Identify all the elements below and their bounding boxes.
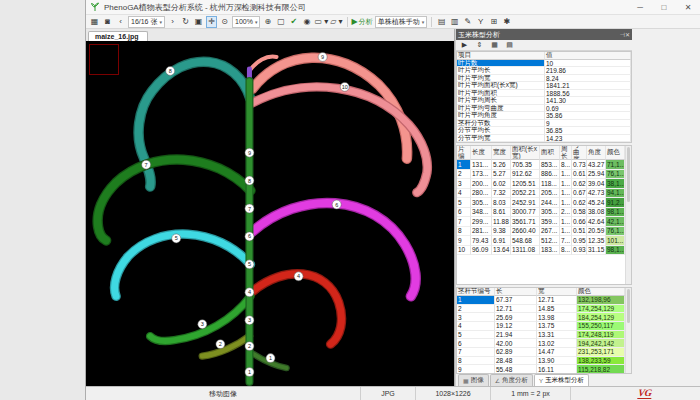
leaf-curvature[interactable]: 0.95 bbox=[572, 236, 587, 246]
next-image-button[interactable]: › bbox=[167, 16, 178, 28]
leaf-length[interactable]: 96.09 bbox=[471, 246, 492, 256]
snapshot-icon[interactable]: ▣ bbox=[193, 16, 204, 28]
leaf-table[interactable]: 叶片编号长度宽度面积(长x宽)面积周长弯曲度角度颜色1131...5.26705… bbox=[457, 146, 625, 255]
leaf-width[interactable]: 5.26 bbox=[492, 160, 511, 170]
stem-width[interactable]: 16.11 bbox=[537, 365, 577, 374]
report-icon[interactable]: ▥ bbox=[449, 16, 460, 28]
image-export-icon[interactable]: ▤ bbox=[436, 16, 447, 28]
stem-length[interactable]: 55.48 bbox=[495, 365, 537, 374]
summary-item-value[interactable]: 9 bbox=[545, 120, 631, 128]
leaf-curvature[interactable]: 0.67 bbox=[572, 189, 587, 199]
stem-length[interactable]: 19.12 bbox=[495, 322, 537, 331]
leaf-curvature[interactable]: 0.93 bbox=[572, 246, 587, 256]
leaf-angle[interactable]: 42.73 bbox=[587, 189, 606, 199]
tab-maize-plant-analysis[interactable]: Y玉米株型分析 bbox=[534, 374, 589, 386]
stem-length[interactable]: 67.37 bbox=[495, 296, 537, 305]
leaf-color-cell[interactable]: 94,1... bbox=[606, 189, 625, 199]
table-icon[interactable]: ▦ bbox=[489, 40, 500, 50]
document-tab[interactable]: maize_16.jpg bbox=[88, 31, 148, 41]
stem-color-cell[interactable]: 184,254,129 bbox=[577, 313, 625, 322]
leaf-angle[interactable]: 43.27 bbox=[587, 160, 606, 170]
stem-color-cell[interactable]: 132,198,96 bbox=[577, 296, 625, 305]
stem-width[interactable]: 13.90 bbox=[537, 357, 577, 366]
summary-item-label[interactable]: 叶片平均长 bbox=[457, 67, 545, 75]
leaf-length[interactable]: 280... bbox=[471, 189, 492, 199]
leaf-area-lw[interactable]: 2660.40 bbox=[511, 227, 540, 237]
stem-row-no[interactable]: 9 bbox=[457, 365, 495, 374]
panel-close-icon[interactable]: ✕ bbox=[625, 32, 630, 38]
leaf-area[interactable]: 359... bbox=[540, 217, 560, 227]
leaf-angle[interactable]: 38.08 bbox=[587, 208, 606, 218]
stem-length[interactable]: 62.89 bbox=[495, 348, 537, 357]
leaf-width[interactable]: 8.03 bbox=[492, 198, 511, 208]
leaf-row-no[interactable]: 8 bbox=[457, 227, 471, 237]
leaf-perimeter[interactable]: 1... bbox=[560, 217, 572, 227]
tab-angle-analysis[interactable]: ∠角度分析 bbox=[490, 374, 533, 386]
image-canvas[interactable]: 89107654321987654321 bbox=[86, 41, 454, 386]
leaf-perimeter[interactable]: 8... bbox=[560, 160, 572, 170]
zoom-level-select[interactable]: 100%▾ bbox=[232, 16, 260, 28]
stem-width[interactable]: 13.98 bbox=[537, 313, 577, 322]
summary-item-value[interactable]: 141.30 bbox=[545, 97, 631, 105]
leaf-row-no[interactable]: 3 bbox=[457, 179, 471, 189]
leaf-angle[interactable]: 45.24 bbox=[587, 198, 606, 208]
stem-length[interactable]: 28.48 bbox=[495, 357, 537, 366]
summary-table[interactable]: 项目值叶片数10叶片平均长219.86叶片平均宽8.24叶片平均面积(长x宽)1… bbox=[457, 52, 631, 142]
leaf-curvature[interactable]: 0.62 bbox=[572, 179, 587, 189]
leaf-area[interactable]: 853... bbox=[540, 160, 560, 170]
leaf-curvature[interactable]: 0.62 bbox=[572, 198, 587, 208]
leaf-row-no[interactable]: 4 bbox=[457, 189, 471, 199]
leaf-perimeter[interactable]: 8... bbox=[560, 246, 572, 256]
stem-table[interactable]: 茎秆节编号长宽颜色167.3712.71132,198,96212.7114.8… bbox=[457, 288, 625, 374]
stem-row-no[interactable]: 5 bbox=[457, 331, 495, 340]
screen-icon[interactable]: ▢ bbox=[275, 16, 286, 28]
leaf-row-no[interactable]: 2 bbox=[457, 170, 471, 180]
tab-image[interactable]: ▦图像 bbox=[458, 374, 489, 386]
summary-item-value[interactable]: 14.23 bbox=[545, 135, 631, 143]
grid-icon[interactable]: ⊞ bbox=[488, 16, 499, 28]
leaf-length[interactable]: 79.43 bbox=[471, 236, 492, 246]
roi-rectangle[interactable] bbox=[89, 44, 119, 75]
check-icon[interactable]: ✔ bbox=[288, 16, 299, 28]
stem-length[interactable]: 12.71 bbox=[495, 305, 537, 314]
stem-table-scrollbar[interactable] bbox=[625, 288, 631, 373]
leaf-row-no[interactable]: 5 bbox=[457, 198, 471, 208]
refresh-icon[interactable]: ↻ bbox=[180, 16, 191, 28]
summary-item-label[interactable]: 叶片平均角度 bbox=[457, 112, 545, 120]
leaf-width[interactable]: 6.02 bbox=[492, 179, 511, 189]
sort-icon[interactable]: ⇕ bbox=[474, 40, 485, 50]
summary-item-label[interactable]: 叶片平均周长 bbox=[457, 97, 545, 105]
leaf-perimeter[interactable]: 2... bbox=[560, 208, 572, 218]
leaf-color-cell[interactable]: 76,1... bbox=[606, 227, 625, 237]
leaf-row-no[interactable]: 1 bbox=[457, 160, 471, 170]
leaf-color-cell[interactable]: 71,1... bbox=[606, 160, 625, 170]
stem-width[interactable]: 14.47 bbox=[537, 348, 577, 357]
leaf-length[interactable]: 200... bbox=[471, 179, 492, 189]
stem-color-cell[interactable]: 115,218,82 bbox=[577, 365, 625, 374]
stem-row-no[interactable]: 6 bbox=[457, 339, 495, 348]
maximize-button[interactable]: □ bbox=[652, 0, 676, 14]
stem-row-no[interactable]: 1 bbox=[457, 296, 495, 305]
leaf-width[interactable]: 7.32 bbox=[492, 189, 511, 199]
prev-image-button[interactable]: ‹ bbox=[115, 16, 126, 28]
leaf-area[interactable]: 886... bbox=[540, 170, 560, 180]
stem-row-no[interactable]: 3 bbox=[457, 313, 495, 322]
leaf-area[interactable]: 305... bbox=[540, 208, 560, 218]
summary-item-value[interactable]: 36.85 bbox=[545, 127, 631, 135]
leaf-perimeter[interactable]: 7... bbox=[560, 236, 572, 246]
leaf-color-cell[interactable]: 101... bbox=[606, 236, 625, 246]
leaf-area-lw[interactable]: 2452.91 bbox=[511, 198, 540, 208]
summary-item-value[interactable]: 35.86 bbox=[545, 112, 631, 120]
leaf-width[interactable]: 6.91 bbox=[492, 236, 511, 246]
leaf-row-no[interactable]: 7 bbox=[457, 217, 471, 227]
leaf-length[interactable]: 299... bbox=[471, 217, 492, 227]
leaf-row-no[interactable]: 10 bbox=[457, 246, 471, 256]
stem-color-cell[interactable]: 231,253,171 bbox=[577, 348, 625, 357]
leaf-length[interactable]: 348... bbox=[471, 208, 492, 218]
leaf-perimeter[interactable]: 1... bbox=[560, 227, 572, 237]
leaf-angle[interactable]: 25.94 bbox=[587, 170, 606, 180]
stem-length[interactable]: 25.69 bbox=[495, 313, 537, 322]
leaf-angle[interactable]: 20.59 bbox=[587, 227, 606, 237]
stem-length[interactable]: 21.94 bbox=[495, 331, 537, 340]
stem-color-cell[interactable]: 174,248,119 bbox=[577, 331, 625, 340]
